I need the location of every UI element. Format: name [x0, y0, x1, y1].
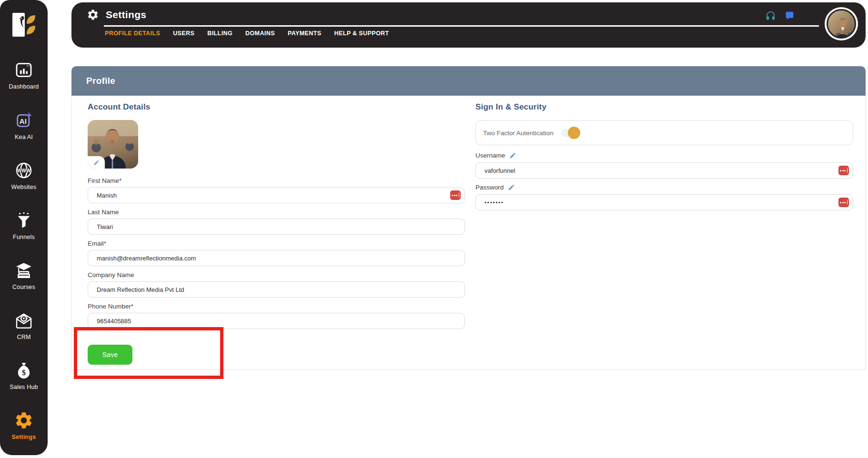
- phone-number-label: Phone Number*: [88, 303, 465, 310]
- edit-password-icon[interactable]: [508, 184, 515, 191]
- email-input[interactable]: [88, 250, 465, 266]
- password-manager-icon[interactable]: [838, 166, 849, 175]
- account-details-section: Account Details First: [88, 102, 465, 365]
- tab-profile-details[interactable]: PROFILE DETAILS: [105, 30, 160, 37]
- first-name-label: First Name*: [88, 177, 465, 184]
- settings-tabs: PROFILE DETAILS USERS BILLING DOMAINS PA…: [105, 30, 389, 37]
- top-header: Settings PROFILE DETAILS USERS BILLING D…: [71, 2, 866, 48]
- sidebar-item-crm[interactable]: CRM: [0, 310, 48, 340]
- settings-gear-icon: [14, 410, 34, 430]
- sidebar-item-kea-ai[interactable]: AI Kea AI: [0, 110, 48, 140]
- two-factor-label: Two Factor Autentication: [483, 129, 554, 137]
- sidebar-item-dashboard[interactable]: Dashboard: [0, 60, 48, 90]
- two-factor-toggle[interactable]: [561, 129, 580, 137]
- dashboard-icon: [14, 60, 34, 80]
- first-name-input[interactable]: [88, 187, 465, 203]
- edit-username-icon[interactable]: [509, 152, 516, 159]
- headset-icon[interactable]: [765, 10, 776, 21]
- username-input[interactable]: [475, 162, 853, 179]
- sidebar-item-funnels[interactable]: Funnels: [0, 210, 48, 240]
- phone-number-input[interactable]: [88, 313, 465, 329]
- email-label: Email*: [88, 240, 465, 247]
- profile-section-title: Profile: [86, 76, 115, 86]
- websites-globe-icon: WWW: [14, 160, 34, 180]
- password-label: Password: [475, 184, 504, 191]
- password-manager-icon[interactable]: [450, 190, 461, 200]
- tab-payments[interactable]: PAYMENTS: [288, 30, 322, 37]
- settings-gear-header-icon: [87, 9, 99, 21]
- sidebar-item-label: Funnels: [13, 234, 35, 240]
- funnel-icon: [14, 210, 34, 230]
- account-details-title: Account Details: [88, 102, 465, 112]
- profile-card: Account Details First: [71, 96, 866, 370]
- sidebar-item-settings[interactable]: Settings: [0, 410, 48, 440]
- tab-users[interactable]: USERS: [173, 30, 194, 37]
- sign-in-security-section: Sign In & Security Two Factor Autenticat…: [475, 102, 853, 216]
- sidebar-item-courses[interactable]: Courses: [0, 260, 48, 290]
- crm-envelope-icon: [14, 310, 34, 330]
- sidebar: Dashboard AI Kea AI WWW Websites: [0, 0, 48, 455]
- last-name-input[interactable]: [88, 219, 465, 235]
- chat-bubble-icon[interactable]: [784, 11, 794, 21]
- password-input[interactable]: [475, 194, 853, 210]
- sidebar-item-label: Kea AI: [15, 134, 33, 140]
- profile-photo[interactable]: [88, 120, 138, 169]
- two-factor-box: Two Factor Autentication: [475, 120, 853, 145]
- courses-graduation-icon: [14, 260, 34, 280]
- header-underline: [104, 25, 819, 27]
- profile-section-header: Profile: [71, 66, 866, 96]
- sidebar-item-label: Courses: [12, 284, 35, 290]
- company-name-label: Company Name: [88, 271, 465, 279]
- page-title: Settings: [106, 9, 146, 20]
- sidebar-item-label: Settings: [12, 434, 36, 440]
- sidebar-item-label: CRM: [17, 334, 30, 340]
- tab-help-support[interactable]: HELP & SUPPORT: [334, 30, 389, 37]
- sidebar-item-sales-hub[interactable]: $ Sales Hub: [0, 360, 48, 390]
- tab-billing[interactable]: BILLING: [207, 30, 232, 37]
- sales-hub-moneybag-icon: $: [14, 360, 34, 380]
- sidebar-item-label: Websites: [11, 184, 37, 190]
- sidebar-item-websites[interactable]: WWW Websites: [0, 160, 48, 190]
- sidebar-item-label: Dashboard: [9, 83, 39, 90]
- kea-ai-icon: AI: [14, 110, 34, 130]
- sign-in-security-title: Sign In & Security: [475, 102, 853, 112]
- last-name-label: Last Name: [88, 209, 465, 216]
- svg-text:$: $: [22, 368, 26, 377]
- password-manager-icon[interactable]: [838, 198, 849, 207]
- save-button[interactable]: Save: [88, 345, 132, 365]
- sidebar-item-label: Sales Hub: [10, 384, 38, 390]
- username-label: Username: [475, 152, 505, 159]
- company-name-input[interactable]: [88, 281, 465, 298]
- kea-logo[interactable]: [10, 11, 37, 38]
- user-avatar[interactable]: [825, 7, 858, 40]
- svg-text:WWW: WWW: [17, 168, 31, 173]
- tab-domains[interactable]: DOMAINS: [245, 30, 275, 37]
- svg-text:AI: AI: [20, 117, 27, 125]
- edit-photo-icon[interactable]: [88, 156, 105, 169]
